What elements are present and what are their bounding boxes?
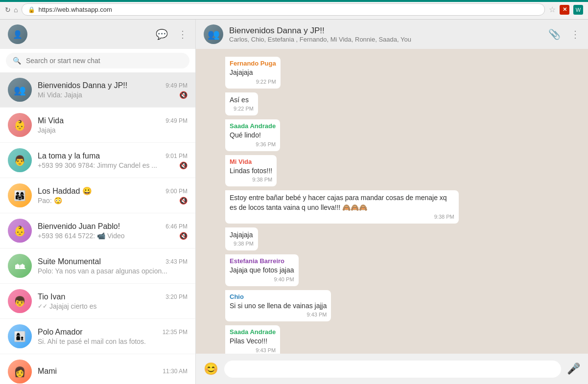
avatar-img: 🏘 [8, 254, 32, 278]
menu-icon[interactable]: ⋮ [178, 28, 188, 40]
search-input-wrapper[interactable]: 🔍 [6, 53, 189, 68]
sidebar-header-icons: 💬 ⋮ [156, 28, 188, 40]
emoji-button[interactable]: 😊 [204, 362, 218, 376]
chat-bottom: Jajaja [38, 126, 188, 134]
chat-info: Bienvenidos Danna y JP!! 9:49 PM Mi Vida… [38, 81, 188, 99]
bookmark-icon[interactable]: ☆ [549, 5, 556, 14]
chat-time: 12:35 PM [163, 329, 188, 336]
message-time: 9:38 PM [434, 214, 454, 220]
attach-icon[interactable]: 📎 [548, 28, 561, 40]
message-text: Jajajaja [230, 68, 276, 78]
message-bubble: Estefania Barreiro Jajaja que fotos jaja… [225, 254, 299, 286]
chat-avatar: 👨‍👩‍👧 [8, 183, 32, 207]
chat-item-suite[interactable]: 🏘 Suite Monumental 3:43 PM Polo: Ya nos … [0, 248, 195, 284]
message-sender: Mi Vida [230, 158, 272, 165]
chat-list: 👥 Bienvenidos Danna y JP!! 9:49 PM Mi Vi… [0, 72, 195, 384]
chat-item-toma[interactable]: 👨 La toma y la fuma 9:01 PM +593 99 306 … [0, 143, 195, 178]
chat-avatar: 👥 [8, 78, 32, 102]
chat-preview: Si. Ahí te pasé el mail con las fotos. [38, 338, 188, 345]
message-bubble: Saada Andrade Qué lindo! 9:36 PM [225, 119, 280, 151]
sidebar-header: 👤 💬 ⋮ [0, 20, 195, 49]
chat-top: Mi Vida 9:49 PM [38, 116, 188, 125]
message-text: Jajajaja [230, 230, 254, 240]
chat-avatar: 👩 [8, 360, 32, 384]
chat-bottom: +593 99 306 9784: Jimmy Candel es ... 🔇 [38, 161, 188, 169]
chat-name: Mami [38, 367, 57, 376]
chat-header-info[interactable]: Bienvenidos Danna y JP!! Carlos, Chio, E… [229, 26, 542, 43]
chat-bottom: Pao: 😳 🔇 [38, 197, 188, 204]
chat-bottom: +593 98 614 5722: 📹 Video 🔇 [38, 232, 188, 240]
chat-area: 👥 Bienvenidos Danna y JP!! Carlos, Chio,… [196, 20, 588, 384]
nav-icons[interactable]: ↻ ⌂ [5, 6, 18, 14]
message-time: 9:43 PM [256, 347, 276, 353]
avatar-img: 👨 [8, 148, 32, 172]
user-avatar[interactable]: 👤 [8, 24, 27, 44]
message-text: Jajaja que fotos jajaa [230, 266, 294, 275]
message-time: 9:43 PM [307, 312, 327, 317]
message-row: Saada Andrade Pilas Veco!!! 9:43 PM [225, 325, 559, 354]
chat-top: Suite Monumental 3:43 PM [38, 257, 188, 266]
chat-top: Mami 11:30 AM [38, 367, 188, 376]
message-time: 9:38 PM [252, 177, 272, 182]
message-input[interactable] [224, 361, 561, 378]
home-icon[interactable]: ⌂ [14, 6, 18, 14]
message-bubble: Jajajaja 9:38 PM [225, 227, 258, 251]
avatar-img: 👶 [8, 113, 32, 137]
chat-preview: Jajajaj cierto es [49, 302, 188, 310]
chat-item-polo[interactable]: 👩‍👦 Polo Amador 12:35 PM Si. Ahí te pasé… [0, 319, 195, 354]
chat-top: Los Haddad 😀 9:00 PM [38, 186, 188, 196]
chat-name: Bienvenidos Danna y JP!! [38, 81, 127, 90]
extension-teal[interactable]: W [573, 5, 583, 15]
message-text: Si si uno se llena de vainas jajja [230, 301, 327, 311]
extension-red[interactable]: ✕ [560, 5, 569, 15]
message-sender: Saada Andrade [230, 122, 276, 130]
search-input[interactable] [26, 57, 183, 65]
url-text: https://web.whatsapp.com [38, 6, 112, 13]
chat-time: 9:49 PM [165, 82, 188, 89]
chat-item-bienvenidos[interactable]: 👥 Bienvenidos Danna y JP!! 9:49 PM Mi Vi… [0, 72, 195, 108]
chat-menu-icon[interactable]: ⋮ [570, 28, 580, 40]
chat-info: Mi Vida 9:49 PM Jajaja [38, 116, 188, 134]
message-sender: Fernando Puga [230, 60, 276, 67]
reload-icon[interactable]: ↻ [5, 6, 11, 14]
mute-icon: 🔇 [179, 197, 188, 204]
chat-preview: Polo: Ya nos van a pasar algunas opcion.… [38, 267, 188, 275]
chat-info: Mami 11:30 AM [38, 367, 188, 377]
new-chat-icon[interactable]: 💬 [156, 28, 168, 40]
avatar-img: 👩 [8, 360, 32, 384]
chat-time: 3:43 PM [165, 258, 188, 265]
message-time: 9:38 PM [234, 241, 254, 247]
avatar-img: 👨‍👩‍👧 [8, 183, 32, 207]
mute-icon: 🔇 [179, 161, 188, 169]
mic-button[interactable]: 🎤 [567, 362, 580, 375]
chat-avatar: 🏘 [8, 254, 32, 278]
message-time: 9:22 PM [256, 79, 276, 85]
chat-name: Tio Ivan [38, 293, 65, 301]
chat-bottom: Si. Ahí te pasé el mail con las fotos. [38, 338, 188, 345]
chat-top: Tio Ivan 3:20 PM [38, 293, 188, 301]
browser-right-icons: ☆ ✕ W [549, 5, 583, 15]
chat-item-ivan[interactable]: 👦 Tio Ivan 3:20 PM ✓✓ Jajajaj cierto es [0, 284, 195, 319]
mute-icon: 🔇 [179, 91, 188, 99]
chat-name: La toma y la fuma [38, 152, 100, 160]
chat-bottom: ✓✓ Jajajaj cierto es [38, 302, 188, 310]
chat-avatar: 👶 [8, 219, 32, 243]
chat-top: Bienvenidos Danna y JP!! 9:49 PM [38, 81, 188, 90]
chat-info: Tio Ivan 3:20 PM ✓✓ Jajajaj cierto es [38, 293, 188, 310]
address-bar[interactable]: 🔒 https://web.whatsapp.com [22, 3, 545, 16]
browser-chrome: ↻ ⌂ 🔒 https://web.whatsapp.com ☆ ✕ W [0, 0, 588, 20]
message-text: Pilas Veco!!! [230, 337, 276, 346]
chat-item-juanpablo[interactable]: 👶 Bienvenido Juan Pablo! 6:46 PM +593 98… [0, 213, 195, 248]
app-container: 👤 💬 ⋮ 🔍 👥 Bienvenidos Danna [0, 20, 588, 384]
chat-item-mami[interactable]: 👩 Mami 11:30 AM [0, 354, 195, 384]
chat-item-mivida[interactable]: 👶 Mi Vida 9:49 PM Jajaja [0, 108, 195, 143]
chat-header-members: Carlos, Chio, Estefania , Fernando, Mi V… [229, 36, 542, 43]
chat-info: La toma y la fuma 9:01 PM +593 99 306 97… [38, 152, 188, 169]
chat-name: Mi Vida [38, 116, 64, 125]
chat-header-avatar[interactable]: 👥 [204, 24, 223, 44]
chat-avatar: 👦 [8, 289, 32, 313]
chat-avatar: 👩‍👦 [8, 324, 32, 348]
avatar-image: 👤 [8, 24, 27, 44]
chat-item-haddad[interactable]: 👨‍👩‍👧 Los Haddad 😀 9:00 PM Pao: 😳 🔇 [0, 178, 195, 213]
chat-top: Bienvenido Juan Pablo! 6:46 PM [38, 222, 188, 231]
